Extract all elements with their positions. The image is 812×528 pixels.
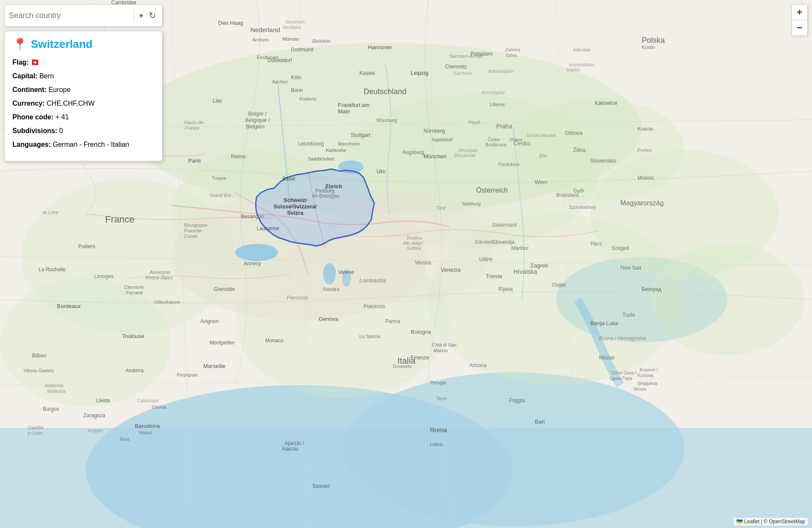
zoom-in-button[interactable]: +	[792, 5, 807, 20]
subdivisions-row: Subdivisions: 0	[12, 126, 154, 136]
svg-text:France: France	[105, 214, 134, 225]
svg-text:České: České	[488, 137, 500, 142]
svg-text:Paris: Paris	[188, 157, 201, 164]
svg-text:Zürich: Zürich	[325, 183, 342, 190]
svg-text:Firenze: Firenze	[411, 354, 429, 361]
svg-text:Main: Main	[338, 108, 350, 115]
svg-text:Monaco: Monaco	[265, 338, 284, 344]
svg-text:Belgie /: Belgie /	[248, 110, 267, 117]
pin-icon: 📍	[12, 37, 27, 51]
svg-text:Nederland: Nederland	[250, 26, 280, 33]
svg-text:Rhône-Alpes: Rhône-Alpes	[145, 275, 173, 280]
svg-text:Budějovice: Budějovice	[486, 142, 507, 147]
leaflet-attribution: Leaflet	[744, 519, 759, 525]
svg-text:Girona: Girona	[152, 404, 166, 409]
svg-text:Poitiers: Poitiers	[78, 243, 95, 249]
svg-text:Hrvatska: Hrvatska	[513, 268, 537, 275]
svg-text:Bielefeld: Bielefeld	[312, 39, 330, 44]
svg-text:Sachsen-Anhalt: Sachsen-Anhalt	[449, 53, 483, 59]
refresh-button[interactable]: ↻	[147, 9, 158, 22]
zoom-out-button[interactable]: −	[792, 20, 807, 36]
svg-text:Österreich: Österreich	[476, 187, 508, 194]
svg-text:Zagreb: Zagreb	[530, 262, 548, 269]
phone-row: Phone code: + 41	[12, 112, 154, 122]
svg-text:Konin: Konin	[642, 44, 655, 50]
languages-value: German - French - Italian	[53, 141, 129, 148]
osm-attribution: © OpenStreetMap	[764, 519, 805, 525]
svg-text:Perugia: Perugia	[430, 380, 447, 385]
svg-text:La Spezia: La Spezia	[359, 334, 381, 339]
svg-text:Plzeň: Plzeň	[468, 120, 480, 125]
svg-text:Annecy: Annecy	[244, 261, 261, 267]
svg-text:Vitoria-Gasteiz: Vitoria-Gasteiz	[24, 368, 54, 373]
svg-text:Stuttgart: Stuttgart	[351, 132, 370, 138]
svg-text:Deutschland: Deutschland	[364, 87, 406, 96]
chevron-down-button[interactable]: ▾	[138, 10, 145, 21]
svg-text:Liberec: Liberec	[490, 102, 506, 107]
svg-text:Црна Гора: Црна Гора	[610, 376, 633, 381]
svg-text:Bonn: Bonn	[291, 87, 303, 93]
svg-text:Reus: Reus	[120, 437, 130, 442]
svg-text:Novi Sad: Novi Sad	[620, 265, 641, 271]
svg-text:Novara: Novara	[323, 286, 340, 292]
svg-text:Piemonte: Piemonte	[287, 295, 308, 301]
svg-text:Lille: Lille	[213, 98, 222, 104]
svg-text:Aragón: Aragón	[87, 428, 103, 433]
svg-text:Maribor: Maribor	[511, 245, 529, 251]
svg-text:Banja Luka: Banja Luka	[590, 320, 619, 326]
svg-text:Pécs: Pécs	[590, 241, 602, 247]
svg-text:Münster: Münster	[282, 36, 299, 42]
svg-text:Belgique /: Belgique /	[245, 117, 270, 123]
country-name: Switzerland	[31, 38, 92, 51]
svg-text:Südtirol: Südtirol	[406, 246, 421, 251]
phone-value: + 41	[55, 113, 69, 121]
svg-text:Kosova: Kosova	[637, 373, 654, 378]
svg-text:Terni: Terni	[436, 396, 447, 401]
svg-text:Grand Est: Grand Est	[210, 193, 231, 198]
subdivisions-label: Subdivisions:	[12, 127, 57, 134]
svg-text:Ajaccio /: Ajaccio /	[284, 440, 304, 446]
svg-rect-3	[0, 428, 812, 528]
country-info-card: 📍 Switzerland Flag: 🇨🇭 Capital: Bern Con…	[4, 31, 163, 161]
svg-text:Burgos: Burgos	[43, 406, 59, 412]
svg-text:Jihozápad: Jihozápad	[457, 148, 477, 153]
svg-text:Rijeka: Rijeka	[498, 286, 513, 292]
svg-text:Hauts-de-: Hauts-de-	[184, 120, 205, 125]
svg-text:Dortmund: Dortmund	[291, 47, 314, 53]
svg-text:Střední Morava: Střední Morava	[526, 133, 556, 138]
svg-text:Ulm: Ulm	[376, 169, 385, 175]
refresh-icon: ↻	[149, 11, 156, 20]
svg-text:Schweiz/: Schweiz/	[284, 197, 307, 203]
svg-text:Eindhoven: Eindhoven	[257, 55, 279, 60]
svg-text:Ostrava: Ostrava	[565, 130, 583, 136]
svg-text:la Loire: la Loire	[43, 210, 58, 215]
svg-text:Jihlava: Jihlava	[509, 137, 523, 142]
search-divider	[134, 9, 134, 21]
svg-text:Piacenza: Piacenza	[364, 303, 385, 309]
svg-text:Limoges: Limoges	[94, 273, 113, 279]
svg-text:Pardubice: Pardubice	[498, 162, 520, 167]
languages-label: Languages:	[12, 141, 51, 148]
svg-text:Reims: Reims	[231, 154, 246, 160]
svg-text:Verona: Verona	[415, 260, 431, 266]
subdivisions-value: 0	[59, 127, 63, 134]
svg-text:Góra: Góra	[506, 53, 517, 58]
svg-text:Den Haag: Den Haag	[218, 20, 243, 26]
svg-text:Wien: Wien	[535, 179, 548, 185]
search-input[interactable]	[9, 11, 130, 20]
svg-text:dolnośląskie: dolnośląskie	[481, 90, 505, 95]
continent-row: Continent: Europe	[12, 85, 154, 95]
svg-text:Steiermark: Steiermark	[492, 222, 517, 228]
svg-text:łódzkie: łódzkie	[567, 68, 581, 72]
svg-text:München: München	[424, 153, 446, 160]
svg-text:France: France	[185, 125, 199, 131]
svg-text:Belgien: Belgien	[246, 123, 264, 130]
svg-text:Karlsruhe: Karlsruhe	[326, 148, 346, 153]
continent-value: Europe	[48, 86, 71, 93]
svg-text:Castilla: Castilla	[28, 425, 43, 430]
svg-text:Bari: Bari	[535, 418, 545, 425]
svg-text:Bosna i Hercegovina: Bosna i Hercegovina	[599, 335, 646, 341]
svg-text:Clermont-: Clermont-	[124, 285, 145, 290]
svg-text:Hannover: Hannover	[368, 44, 392, 50]
svg-text:Parma: Parma	[385, 318, 400, 324]
